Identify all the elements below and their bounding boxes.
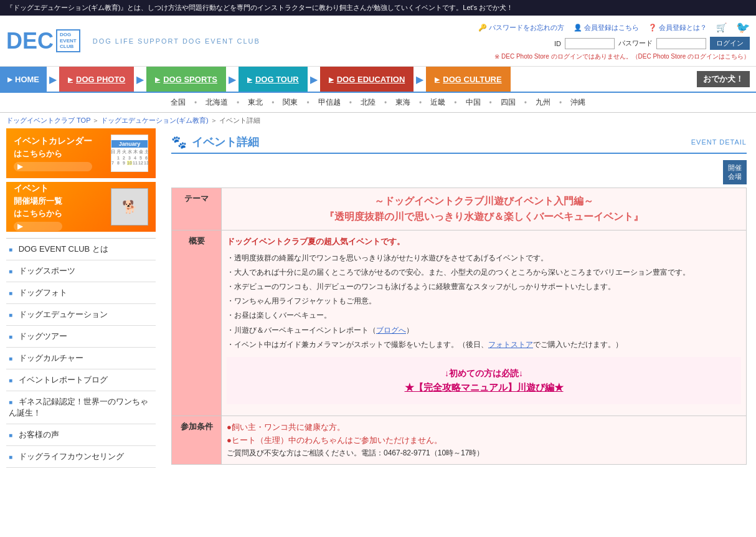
top-banner: 『ドッグエデュケーション(ギム教育)』とは、しつけ方法や問題行動などを専門のイン…	[0, 0, 756, 16]
photostore-link[interactable]: フォトストア	[488, 340, 533, 349]
sub-nav-okinawa[interactable]: 沖縄	[562, 96, 594, 109]
sub-nav: 全国 • 北海道 • 東北 • 関東 • 甲信越 • 北陸 • 東海 • 近畿 …	[0, 93, 756, 113]
conditions-label: 参加条件	[172, 416, 222, 465]
sub-nav-hokuriku[interactable]: 北陸	[352, 96, 384, 109]
venue-banner[interactable]: イベント 開催場所一覧 はこちらから ▶ 🐕	[6, 182, 156, 232]
nav-arrow-1: ▶	[47, 67, 59, 92]
login-button[interactable]: ログイン	[710, 37, 750, 50]
nav-home[interactable]: HOME	[0, 67, 47, 92]
header: DEC DOG EVENT CLUB DOG LIFE SUPPORT DOG …	[0, 16, 756, 67]
sub-nav-tohoku[interactable]: 東北	[239, 96, 272, 109]
sidebar-item-blog[interactable]: イベントレポートブログ	[6, 369, 156, 391]
pink-manual-section: ↓初めての方は必読↓ ★【完全攻略マニュアル】川遊び編★	[227, 357, 741, 404]
theme-row: テーマ ～ドッグイベントクラブ川遊びイベント入門編～ 『透明度抜群の川で思いっき…	[172, 188, 747, 230]
twitter-icon: 🐦	[736, 21, 750, 34]
theme-label: テーマ	[172, 188, 222, 230]
calendar-banner[interactable]: イベントカレンダー はこちらから ▶ January 日月火水木金土 12345…	[6, 128, 156, 178]
summary-bullet-4: ・お昼は楽しくバーベキュー。	[227, 310, 741, 321]
summary-bullet-3: ・ワンちゃん用ライフジャケットもご用意。	[227, 295, 741, 307]
sub-nav-shikoku[interactable]: 四国	[492, 96, 524, 109]
nav-arrow-4: ▶	[308, 67, 320, 92]
paw-icon: 🐾	[171, 135, 187, 150]
pink-line1: ↓初めての方は必読↓	[236, 366, 732, 380]
venue-thumbnail: 🐕	[111, 188, 148, 226]
sub-nav-hokkaido[interactable]: 北海道	[197, 96, 237, 109]
conditions-bullet-0: ●飼い主・ワンコ共に健康な方。	[227, 421, 741, 434]
conditions-row: 参加条件 ●飼い主・ワンコ共に健康な方。 ●ヒート（生理）中のわんちゃんはご参加…	[172, 416, 747, 465]
sidebar-item-sports[interactable]: ドッグスポーツ	[6, 260, 156, 282]
sub-nav-kyushu[interactable]: 九州	[527, 96, 559, 109]
theme-line1: ～ドッグイベントクラブ川遊びイベント入門編～ 『透明度抜群の川で思いっきり水遊び…	[227, 193, 741, 225]
nav-sports[interactable]: DOG SPORTS	[146, 67, 226, 92]
sub-nav-chugoku[interactable]: 中国	[457, 96, 489, 109]
sidebar-item-education[interactable]: ドッグエデュケーション	[6, 304, 156, 326]
photo-store-note: ※ DEC Photo Store のログインではありません。（DEC Phot…	[494, 52, 750, 61]
summary-bullet-5: ・川遊び＆バーベキューイベントレポート（ブログへ）	[227, 325, 741, 336]
sidebar-item-dec[interactable]: DOG EVENT CLUB とは	[6, 239, 156, 260]
nav-culture[interactable]: DOG CULTURE	[426, 67, 510, 92]
calendar-banner-line1: イベントカレンダー	[14, 136, 92, 147]
password-link[interactable]: 🔑 パスワードをお忘れの方	[478, 23, 564, 32]
main-layout: イベントカレンダー はこちらから ▶ January 日月火水木金土 12345…	[0, 128, 756, 474]
conditions-bullet-2: ご質問及び不安な方はご相談ください。電話：0467-82-9771（10時～17…	[227, 447, 741, 459]
event-detail-subtitle: EVENT DETAIL	[691, 138, 747, 146]
register-what-link[interactable]: ❓ 会員登録とは？	[648, 23, 707, 32]
summary-label: 概要	[172, 230, 222, 416]
summary-bullet-1: ・大人であれば十分に足の届くところで泳がせるので安心。また、小型犬の足のつくとこ…	[227, 267, 741, 278]
tagline: DOG LIFE SUPPORT DOG EVENT CLUB	[93, 37, 260, 45]
sidebar-item-photo[interactable]: ドッグフォト	[6, 282, 156, 304]
summary-row: 概要 ドッグイベントクラブ夏の超人気イベントです。 ・透明度抜群の綺麗な川でワン…	[172, 230, 747, 416]
nav-tour[interactable]: DOG TOUR	[239, 67, 308, 92]
main-content: 🐾 イベント詳細 EVENT DETAIL 開催会場 テーマ ～ドッグイベントク…	[162, 128, 756, 474]
sidebar: イベントカレンダー はこちらから ▶ January 日月火水木金土 12345…	[0, 128, 162, 474]
summary-intro: ドッグイベントクラブ夏の超人気イベントです。	[227, 235, 741, 249]
nav-arrow-3: ▶	[226, 67, 239, 92]
header-right: 🔑 パスワードをお忘れの方 👤 会員登録はこちら ❓ 会員登録とは？ 🛒 🐦 I…	[478, 21, 750, 61]
register-link[interactable]: 👤 会員登録はこちら	[574, 23, 639, 32]
breadcrumb-education[interactable]: ドッグエデュケーション(ギム教育)	[101, 116, 208, 124]
sub-nav-tokai[interactable]: 東海	[387, 96, 419, 109]
sidebar-item-tour[interactable]: ドッグツアー	[6, 326, 156, 348]
sidebar-item-counseling[interactable]: ドッグライフカウンセリング	[6, 446, 156, 468]
summary-bullet-2: ・水デビューのワンコも、川デビューのワンコも泳げるように経験豊富なスタッフがしっ…	[227, 281, 741, 293]
sub-nav-kanto[interactable]: 関東	[274, 96, 306, 109]
logo-dec: DEC	[6, 30, 54, 52]
sub-nav-kinki[interactable]: 近畿	[422, 96, 454, 109]
nav-education[interactable]: DOG EDUCATION	[320, 67, 414, 92]
open-venue-button[interactable]: 開催会場	[723, 160, 747, 184]
sidebar-item-guinness[interactable]: ギネス記録認定！世界一のワンちゃん誕生！	[6, 391, 156, 424]
event-detail-header: 🐾 イベント詳細 EVENT DETAIL	[171, 135, 747, 154]
logo-area: DEC DOG EVENT CLUB DOG LIFE SUPPORT DOG …	[6, 29, 260, 52]
conditions-content: ●飼い主・ワンコ共に健康な方。 ●ヒート（生理）中のわんちゃんはご参加いただけま…	[222, 416, 747, 465]
summary-bullet-6: ・イベント中はガイド兼カメラマンがスポットで撮影をいたします。（後日、フォトスト…	[227, 339, 741, 351]
summary-bullet-0: ・透明度抜群の綺麗な川でワンコを思いっきり泳がせたり水遊びをさせてあげるイベント…	[227, 252, 741, 264]
venue-banner-line2: 開催場所一覧	[14, 196, 62, 207]
event-detail-title: イベント詳細	[192, 135, 259, 150]
password-input[interactable]	[656, 38, 706, 49]
calendar-thumbnail: January 日月火水木金土 123456 78910111213	[111, 135, 148, 172]
nav-arrow-2: ▶	[134, 67, 146, 92]
login-row: ID パスワード ログイン	[554, 37, 750, 50]
venue-banner-line1: イベント	[14, 183, 62, 194]
id-input[interactable]	[565, 38, 615, 49]
blog-link[interactable]: ブログへ	[376, 326, 406, 335]
event-table: テーマ ～ドッグイベントクラブ川遊びイベント入門編～ 『透明度抜群の川で思いっき…	[171, 188, 747, 465]
sub-nav-all[interactable]: 全国	[162, 96, 194, 109]
theme-content: ～ドッグイベントクラブ川遊びイベント入門編～ 『透明度抜群の川で思いっきり水遊び…	[222, 188, 747, 230]
summary-content: ドッグイベントクラブ夏の超人気イベントです。 ・透明度抜群の綺麗な川でワンコを思…	[222, 230, 747, 416]
sidebar-item-voice[interactable]: お客様の声	[6, 424, 156, 446]
breadcrumb-current: イベント詳細	[219, 116, 260, 124]
pink-line2[interactable]: ★【完全攻略マニュアル】川遊び編★	[236, 380, 732, 395]
breadcrumb-top[interactable]: ドッグイベントクラブ TOP	[6, 116, 90, 124]
venue-banner-line3: はこちらから	[14, 208, 62, 219]
breadcrumb: ドッグイベントクラブ TOP ＞ ドッグエデュケーション(ギム教育) ＞ イベン…	[0, 113, 756, 128]
id-label: ID	[554, 40, 561, 47]
sub-nav-koshinetsu[interactable]: 甲信越	[309, 96, 349, 109]
conditions-bullet-1: ●ヒート（生理）中のわんちゃんはご参加いただけません。	[227, 434, 741, 447]
nav-photo[interactable]: DOG PHOTO	[59, 67, 134, 92]
top-banner-text: 『ドッグエデュケーション(ギム教育)』とは、しつけ方法や問題行動などを専門のイン…	[6, 4, 513, 11]
calendar-banner-line2: はこちらから	[14, 148, 92, 159]
nav-odeka[interactable]: おでか犬！	[691, 67, 756, 92]
sidebar-item-culture[interactable]: ドッグカルチャー	[6, 348, 156, 369]
logo-icon-box: DOG EVENT CLUB	[56, 29, 80, 52]
